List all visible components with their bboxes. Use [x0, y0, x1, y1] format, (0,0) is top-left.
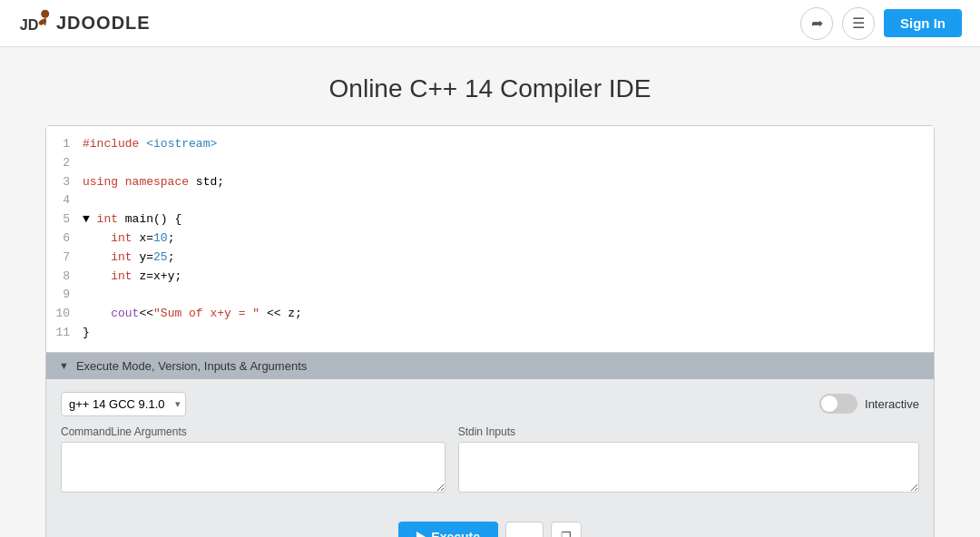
svg-point-4	[38, 17, 47, 25]
line-content-8: int z=x+y;	[83, 268, 934, 287]
line-content-6: int x=10;	[83, 229, 934, 249]
more-button[interactable]: ...	[505, 522, 544, 537]
line-num-1: 1	[46, 135, 83, 154]
interactive-label: Interactive	[865, 397, 919, 411]
header-right: ➦ ☰ Sign In	[800, 7, 962, 40]
cmd-args-input[interactable]	[61, 442, 446, 493]
line-content-7: int y=25;	[83, 249, 934, 268]
sign-in-button[interactable]: Sign In	[884, 9, 962, 37]
collapse-arrow-icon: ▼	[59, 360, 69, 371]
svg-point-2	[41, 9, 49, 17]
interactive-toggle-switch[interactable]	[819, 394, 858, 414]
execute-header[interactable]: ▼ Execute Mode, Version, Inputs & Argume…	[46, 353, 934, 379]
code-line-5: 5 ▼ int main() {	[46, 210, 934, 229]
line-num-8: 8	[46, 268, 83, 287]
line-num-5: 5	[46, 210, 83, 229]
line-content-10: cout<<"Sum of x+y = " << z;	[83, 305, 934, 324]
line-content-2	[83, 154, 934, 173]
line-num-6: 6	[46, 229, 83, 249]
code-line-7: 7 int y=25;	[46, 249, 934, 268]
line-num-11: 11	[46, 324, 83, 343]
line-num-2: 2	[46, 154, 83, 173]
expand-icon: ❐	[561, 530, 572, 537]
stdin-input[interactable]	[458, 442, 919, 493]
code-line-4: 4	[46, 191, 934, 210]
code-line-6: 6 int x=10;	[46, 229, 934, 249]
code-line-3: 3 using namespace std;	[46, 173, 934, 192]
header: JD JDOODLE ➦ ☰ Sign In	[0, 0, 980, 47]
stdin-area: Stdin Inputs	[458, 425, 919, 496]
execute-buttons-row: Execute ... ❐	[46, 511, 934, 537]
execute-header-label: Execute Mode, Version, Inputs & Argument…	[76, 359, 307, 373]
execute-inputs: CommandLine Arguments Stdin Inputs	[61, 425, 919, 496]
execute-row1: g++ 14 GCC 9.1.0 Interactive	[61, 392, 919, 416]
logo-icon: JD	[18, 7, 51, 40]
execute-body: g++ 14 GCC 9.1.0 Interactive CommandLine…	[46, 379, 934, 511]
logo: JD JDOODLE	[18, 7, 151, 40]
line-num-10: 10	[46, 305, 83, 324]
line-num-7: 7	[46, 249, 83, 268]
line-num-4: 4	[46, 191, 83, 210]
play-icon	[416, 532, 426, 537]
expand-button[interactable]: ❐	[551, 522, 582, 537]
code-line-10: 10 cout<<"Sum of x+y = " << z;	[46, 305, 934, 324]
line-content-3: using namespace std;	[83, 173, 934, 192]
code-line-11: 11 }	[46, 324, 934, 343]
page-title: Online C++ 14 Compiler IDE	[45, 74, 935, 103]
version-select[interactable]: g++ 14 GCC 9.1.0	[61, 392, 186, 416]
code-line-8: 8 int z=x+y;	[46, 268, 934, 287]
code-editor[interactable]: 1 #include <iostream> 2 3 using namespac…	[46, 126, 934, 352]
interactive-toggle-area: Interactive	[819, 394, 919, 414]
line-content-9	[83, 286, 934, 305]
menu-button[interactable]: ☰	[842, 7, 875, 40]
execute-section: ▼ Execute Mode, Version, Inputs & Argume…	[46, 352, 934, 537]
logo-text: JDOODLE	[56, 13, 151, 34]
line-content-1: #include <iostream>	[83, 135, 934, 154]
code-line-1: 1 #include <iostream>	[46, 135, 934, 154]
code-line-2: 2	[46, 154, 934, 173]
code-line-9: 9	[46, 286, 934, 305]
editor-container: 1 #include <iostream> 2 3 using namespac…	[45, 125, 935, 537]
line-num-9: 9	[46, 286, 83, 305]
stdin-label: Stdin Inputs	[458, 425, 919, 438]
main-content: Online C++ 14 Compiler IDE 1 #include <i…	[27, 47, 953, 537]
execute-button[interactable]: Execute	[398, 522, 498, 537]
execute-btn-label: Execute	[431, 530, 480, 537]
svg-text:JD: JD	[20, 16, 39, 33]
cmd-args-area: CommandLine Arguments	[61, 425, 446, 496]
line-num-3: 3	[46, 173, 83, 192]
line-content-4	[83, 191, 934, 210]
version-wrapper: g++ 14 GCC 9.1.0	[61, 392, 186, 416]
cmd-args-label: CommandLine Arguments	[61, 425, 446, 438]
line-content-5: ▼ int main() {	[83, 210, 934, 229]
share-button[interactable]: ➦	[800, 7, 833, 40]
line-content-11: }	[83, 324, 934, 343]
